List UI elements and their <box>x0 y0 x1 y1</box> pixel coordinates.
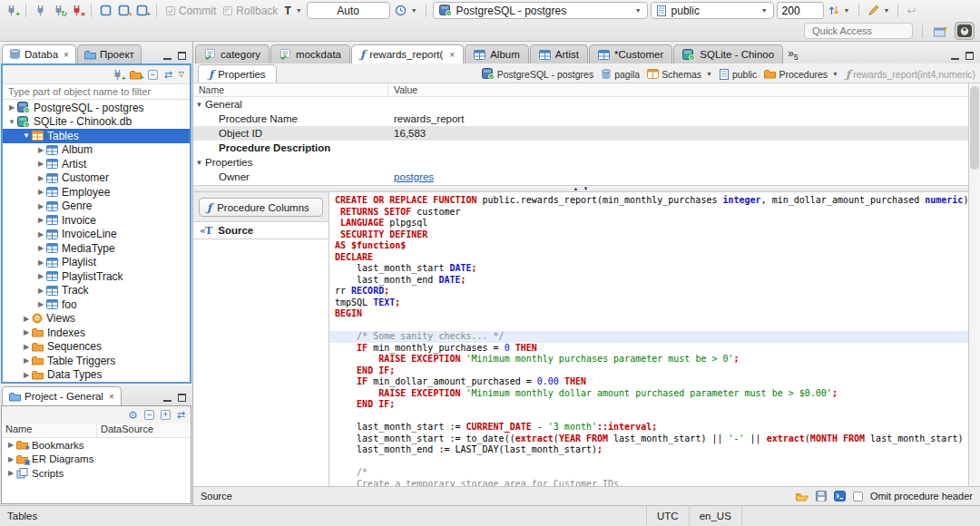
connect-button[interactable] <box>33 4 48 17</box>
tree-item[interactable]: ▶InvoiceLine <box>3 228 190 242</box>
tree-item[interactable]: ▶Indexes <box>3 326 190 340</box>
editor-tab-mockdata[interactable]: mockdata <box>270 44 350 63</box>
refresh-button[interactable]: ▼ <box>827 4 852 17</box>
editor-tab-category[interactable]: category <box>195 44 270 63</box>
disconnect-button[interactable]: × <box>69 4 84 17</box>
chevron-down-icon[interactable]: ▼ <box>193 159 205 167</box>
code-line[interactable]: rr RECORD; <box>329 286 968 297</box>
tree-item[interactable]: ▶Table Triggers <box>3 354 190 368</box>
chevron-right-icon[interactable]: ▶ <box>35 160 46 168</box>
tab-overflow-button[interactable]: »5 <box>784 47 802 63</box>
chevron-right-icon[interactable]: ▶ <box>35 216 46 224</box>
close-icon[interactable]: × <box>64 50 69 60</box>
property-row[interactable]: Procedure Namerewards_report <box>193 112 968 126</box>
editor-tab-rewards_report-[interactable]: ƒrewards_report(× <box>351 44 464 63</box>
chevron-down-icon[interactable]: ▼ <box>21 132 32 140</box>
chevron-right-icon[interactable]: ▶ <box>21 356 32 365</box>
chevron-right-icon[interactable]: ▶ <box>6 103 17 112</box>
project-item[interactable]: ▶★Bookmarks <box>2 438 191 453</box>
breadcrumb-item[interactable]: pagila <box>597 69 643 80</box>
property-row[interactable]: ▼Properties <box>193 155 968 170</box>
code-line[interactable]: last_month_end := LAST_DAY(last_month_st… <box>329 444 968 456</box>
minimize-icon[interactable] <box>951 56 959 60</box>
open-folder-icon[interactable] <box>796 492 808 502</box>
code-line[interactable]: IF min_dollar_amount_purchased = 0.00 TH… <box>329 376 968 388</box>
gear-icon[interactable]: ⚙ <box>128 410 138 421</box>
chevron-right-icon[interactable]: ▶ <box>35 272 46 280</box>
editor-tab-artist[interactable]: Artist <box>530 44 588 63</box>
code-line[interactable]: DECLARE <box>329 252 968 264</box>
new-connection-icon[interactable]: + <box>112 69 123 81</box>
quick-access-input[interactable] <box>804 23 913 39</box>
tree-item[interactable]: ▶Data Types <box>3 368 190 383</box>
chevron-right-icon[interactable]: ▶ <box>35 230 46 239</box>
open-perspective-button[interactable]: ✦ <box>932 24 949 39</box>
code-line[interactable]: RAISE EXCEPTION 'Minimum monthly dollar … <box>329 388 968 400</box>
tree-item[interactable]: ▶Invoice <box>3 213 190 228</box>
link-with-editor-icon[interactable]: ⇄ <box>177 410 185 420</box>
property-value[interactable]: postgres <box>388 171 968 182</box>
maximize-icon[interactable] <box>178 394 186 402</box>
reconnect-button[interactable]: ↻ <box>51 4 66 17</box>
property-row[interactable]: ▼General <box>193 97 968 112</box>
tree-item[interactable]: ▶Album <box>3 143 190 158</box>
code-line[interactable]: last_month_start := to_date((extract(YEA… <box>329 433 968 445</box>
breadcrumb-item[interactable]: public <box>716 69 760 80</box>
column-header-value[interactable]: Value <box>388 83 417 96</box>
format-button[interactable]: ▼ <box>866 4 892 17</box>
column-header-datasource[interactable]: DataSource <box>97 424 153 437</box>
source-code-editor[interactable]: CREATE OR REPLACE FUNCTION public.reward… <box>329 192 968 486</box>
vertical-scrollbar[interactable] <box>968 83 980 486</box>
chevron-right-icon[interactable]: ▶ <box>35 174 46 182</box>
chevron-down-icon[interactable]: ▼ <box>6 118 17 126</box>
rollback-button[interactable]: Rollback <box>220 4 279 18</box>
dropdown-arrow-icon[interactable]: ▼ <box>706 71 712 77</box>
tree-item[interactable]: ▶Track <box>3 284 190 298</box>
code-line[interactable]: last_month_end DATE; <box>329 275 968 287</box>
breadcrumb-item[interactable]: Procedures▼ <box>760 69 842 80</box>
tree-item[interactable]: ▼SQLite - Chinook.db <box>3 115 190 130</box>
project-item[interactable]: ▶Scripts <box>2 466 191 481</box>
chevron-right-icon[interactable]: ▶ <box>5 441 16 449</box>
property-row[interactable]: Ownerpostgres <box>193 170 968 184</box>
collapse-all-icon[interactable]: − <box>144 410 154 420</box>
code-line[interactable]: CREATE OR REPLACE FUNCTION public.reward… <box>329 195 968 207</box>
column-header-name[interactable]: Name <box>2 424 97 437</box>
code-line[interactable]: last_month_start := CURRENT_DATE - '3 mo… <box>329 422 968 433</box>
tree-item[interactable]: ▶Customer <box>3 171 190 186</box>
close-icon[interactable]: × <box>449 50 455 60</box>
procedure-columns-button[interactable]: ƒProcedure Columns <box>199 198 323 217</box>
tree-item[interactable]: ▶PlaylistTrack <box>3 269 190 284</box>
sql-editor-button[interactable] <box>98 4 113 17</box>
tree-item[interactable]: ▶Playlist <box>3 256 190 270</box>
code-line[interactable]: LANGUAGE plpgsql <box>329 218 968 229</box>
editor-tab-album[interactable]: Album <box>465 44 529 63</box>
close-icon[interactable]: × <box>109 392 114 402</box>
timezone-indicator[interactable]: UTC <box>646 506 689 526</box>
column-header-name[interactable]: Name <box>193 83 388 96</box>
code-line[interactable]: SECURITY DEFINER <box>329 229 968 241</box>
code-line[interactable]: RAISE EXCEPTION 'Minimum monthly purchas… <box>329 354 968 365</box>
tree-item[interactable]: ▶Views <box>3 312 190 326</box>
chevron-down-icon[interactable]: ▼ <box>193 101 205 109</box>
property-row[interactable]: Procedure Description <box>193 141 968 155</box>
code-line[interactable] <box>329 456 968 468</box>
property-row[interactable]: Object ID16,583 <box>193 126 968 141</box>
commit-button[interactable]: Commit <box>163 4 218 18</box>
code-line[interactable]: /* Some sanity checks... */ <box>329 331 968 343</box>
horizontal-splitter[interactable]: ▲ ▼ <box>193 185 968 192</box>
connection-selector[interactable]: PostgreSQL - postgres ▼ <box>433 2 648 19</box>
transaction-history-button[interactable]: ▼ <box>393 4 419 17</box>
breadcrumb-item[interactable]: PostgreSQL - postgres <box>478 68 597 80</box>
open-sql-script-button[interactable]: ➜ <box>116 4 132 17</box>
tree-item[interactable]: ▶foo <box>3 297 190 312</box>
breadcrumb-item[interactable]: ƒrewards_report(int4,numeric) <box>842 69 979 80</box>
commit-mode-combo[interactable]: Auto <box>307 2 390 19</box>
chevron-right-icon[interactable]: ▶ <box>21 328 32 336</box>
tab-properties[interactable]: ƒ Properties <box>198 64 277 83</box>
tree-item[interactable]: ▶Artist <box>3 157 190 171</box>
chevron-right-icon[interactable]: ▶ <box>35 188 46 196</box>
editor-tab-sqlite-chinoo[interactable]: SQLite - Chinoo <box>673 44 783 63</box>
tree-item[interactable]: ▶Genre <box>3 200 190 214</box>
chevron-right-icon[interactable]: ▶ <box>5 455 16 463</box>
